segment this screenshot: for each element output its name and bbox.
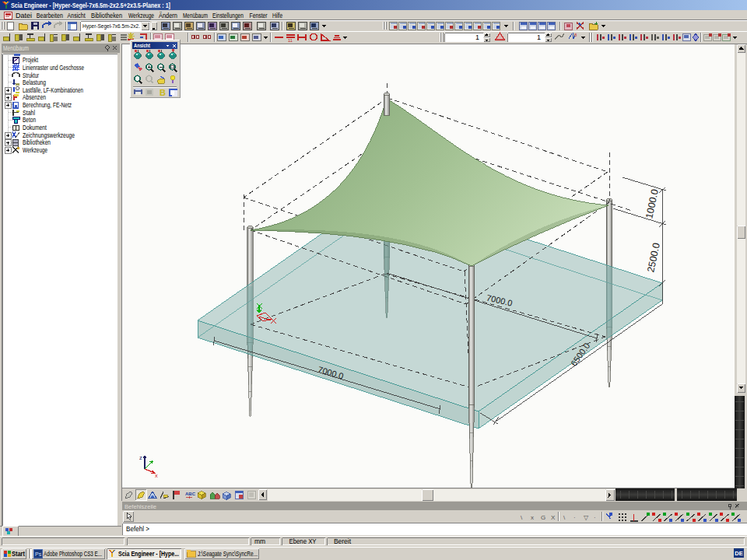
svg-text:·: · (594, 514, 596, 521)
svg-text:DE: DE (735, 550, 742, 557)
svg-text:Lastfälle, LF-Kombinationen: Lastfälle, LF-Kombinationen (23, 86, 83, 94)
svg-text:Menübaum: Menübaum (183, 12, 208, 19)
svg-text:·: · (573, 514, 576, 521)
svg-text:Einstellungen: Einstellungen (212, 12, 244, 19)
svg-text:Ps: Ps (35, 551, 42, 557)
svg-text:J:\Seagate Sync\SyncRe...: J:\Seagate Sync\SyncRe... (198, 550, 258, 558)
svg-text:Werkzeuge: Werkzeuge (128, 12, 154, 19)
svg-text:X: X (551, 514, 556, 521)
svg-text:Zeichnungswerkzeuge: Zeichnungswerkzeuge (23, 131, 75, 139)
svg-text:Befehl >: Befehl > (126, 525, 149, 533)
svg-text:x: x (531, 514, 534, 521)
svg-text:Bereit: Bereit (334, 537, 352, 545)
svg-text:Hyper-Segel-7x6.5m-2x2.: Hyper-Segel-7x6.5m-2x2. (82, 23, 140, 30)
svg-text:Linienraster und Geschosse: Linienraster und Geschosse (23, 64, 84, 72)
svg-text:Berechnung, FE-Netz: Berechnung, FE-Netz (23, 101, 72, 109)
svg-text:Ändern: Ändern (159, 12, 177, 19)
svg-text:Bearbeiten: Bearbeiten (37, 12, 63, 19)
svg-text:mm: mm (254, 537, 265, 545)
svg-text:Fenster: Fenster (250, 12, 268, 19)
svg-text:Menübaum: Menübaum (3, 44, 29, 52)
svg-text:x: x (155, 472, 158, 479)
svg-text:z: z (139, 454, 142, 461)
svg-text:Dokument: Dokument (23, 124, 47, 131)
svg-text:G: G (541, 514, 545, 521)
svg-text:Ebene XY: Ebene XY (289, 537, 317, 545)
svg-text:Hilfe: Hilfe (272, 12, 282, 19)
svg-text:Ansicht: Ansicht (134, 42, 150, 49)
svg-text:Beton: Beton (23, 116, 36, 124)
svg-text:Bibliotheken: Bibliotheken (23, 138, 51, 146)
svg-text:Start: Start (12, 549, 26, 558)
svg-text:11: 11 (288, 38, 293, 43)
svg-text:Stahl: Stahl (23, 109, 35, 117)
svg-text:Werkzeuge: Werkzeuge (23, 146, 47, 154)
svg-text:Absenzen: Absenzen (23, 93, 46, 101)
svg-text:Projekt: Projekt (23, 56, 38, 64)
svg-text:Datei: Datei (16, 12, 32, 19)
svg-text:▽: ▽ (584, 514, 589, 521)
svg-text:Bibliotheken: Bibliotheken (91, 12, 122, 19)
svg-text:1: 1 (537, 33, 541, 41)
svg-text:Ansicht: Ansicht (68, 12, 86, 19)
svg-text:B: B (160, 88, 166, 97)
svg-text:Struktur: Struktur (23, 72, 39, 79)
svg-text:Belastung: Belastung (23, 79, 46, 86)
svg-text:Scia Engineer - [Hype...: Scia Engineer - [Hype... (118, 550, 179, 558)
svg-text:ABC: ABC (185, 492, 196, 496)
svg-text:Scia Engineer - [Hyper-Segel-7: Scia Engineer - [Hyper-Segel-7x6.5m-2x2.… (11, 2, 170, 9)
svg-text:1: 1 (475, 33, 479, 41)
svg-text:Adobe Photoshop CS3 E...: Adobe Photoshop CS3 E... (44, 550, 102, 558)
svg-text:Befehlszeile: Befehlszeile (124, 503, 157, 510)
